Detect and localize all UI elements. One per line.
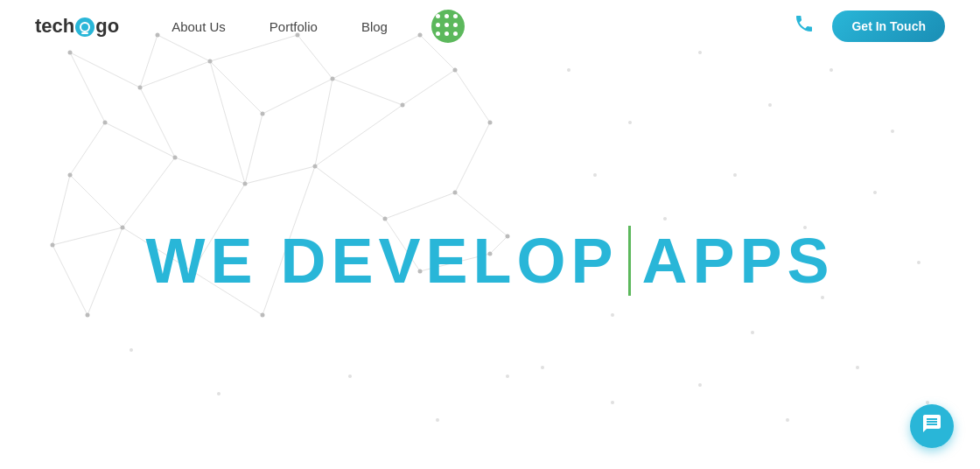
main-nav: About Us Portfolio Blog	[172, 10, 794, 43]
get-in-touch-button[interactable]: Get In Touch	[832, 10, 945, 42]
hero-section: WE DEVELOP APPS	[0, 52, 980, 469]
hero-part2: APPS	[641, 225, 834, 297]
nav-about[interactable]: About Us	[172, 19, 226, 34]
nav-blog[interactable]: Blog	[361, 19, 388, 34]
logo-text: techgo	[35, 15, 119, 38]
nav-portfolio[interactable]: Portfolio	[270, 19, 318, 34]
hero-part1: WE DEVELOP	[145, 225, 618, 297]
grid-icon	[436, 14, 460, 38]
logo-icon	[75, 18, 94, 37]
header: techgo About Us Portfolio Blog	[0, 0, 980, 52]
apps-menu-button[interactable]	[431, 10, 465, 43]
logo-go: go	[95, 15, 119, 37]
phone-icon[interactable]	[794, 13, 815, 39]
logo-tech: tech	[35, 15, 74, 37]
header-right: Get In Touch	[794, 10, 945, 42]
hero-headline: WE DEVELOP APPS	[145, 225, 834, 297]
hero-separator	[628, 226, 631, 296]
chat-icon	[921, 413, 942, 439]
chat-button[interactable]	[910, 404, 954, 448]
logo[interactable]: techgo	[35, 15, 119, 38]
